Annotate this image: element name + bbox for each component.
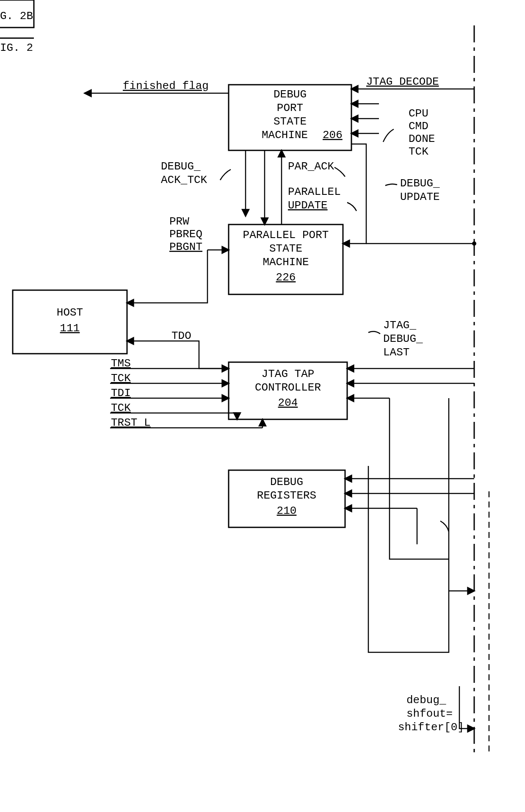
node-debug-update [472, 241, 476, 246]
label-finished-flag: finished_flag [123, 80, 209, 92]
label-par-ack: PAR_ACK [288, 160, 334, 173]
svg-text:226: 226 [276, 271, 296, 284]
block-parallel-port-state-machine: PARALLEL PORT STATE MACHINE 226 [229, 224, 343, 294]
label-trst: TRST_L [111, 416, 151, 429]
svg-text:DEBUG: DEBUG [274, 88, 307, 101]
svg-text:206: 206 [323, 129, 343, 141]
svg-text:204: 204 [278, 396, 298, 409]
tick-cpu [383, 129, 394, 142]
label-prw: PRW [169, 215, 189, 228]
svg-text:STATE: STATE [274, 115, 307, 128]
label-jtag-dbg-1: JTAG_ [383, 319, 416, 332]
svg-text:111: 111 [60, 322, 80, 335]
tick-jtag-dbg [368, 332, 380, 334]
label-jtag-dbg-3: LAST [383, 346, 409, 359]
label-pbgnt: PBGNT [169, 241, 202, 253]
tick-par-update [347, 202, 356, 211]
svg-text:CONTROLLER: CONTROLLER [255, 381, 321, 394]
wire-host-up [127, 250, 207, 303]
label-cpu: CPU [409, 107, 428, 120]
label-tdi: TDI [111, 387, 131, 399]
label-debug-update-1: DEBUG_ [400, 177, 440, 190]
svg-text:STATE: STATE [269, 242, 302, 255]
svg-text:PORT: PORT [277, 102, 303, 114]
wire-dpsm-to-ppsm-right [343, 144, 366, 244]
label-tck-r: TCK [409, 145, 428, 158]
label-tck2: TCK [111, 402, 131, 414]
fig-caption: IG. 2 [0, 42, 33, 54]
figure-tab: G. 2B IG. 2 [0, 0, 34, 54]
label-tdo: TDO [171, 330, 191, 342]
svg-text:DEBUG: DEBUG [270, 476, 303, 488]
wire-return-up [368, 398, 449, 652]
label-shf1: debug_ [406, 694, 446, 707]
label-shf3: shifter[0] [398, 721, 464, 734]
label-ack-tck: ACK_TCK [161, 174, 207, 186]
block-host: HOST 111 [13, 290, 127, 354]
fig-tab-label: G. 2B [0, 10, 33, 22]
tick-par-ack [334, 167, 345, 177]
svg-text:PARALLEL PORT: PARALLEL PORT [243, 229, 329, 241]
label-update: UPDATE [288, 199, 328, 212]
block-jtag-tap-controller: JTAG TAP CONTROLLER 204 [229, 362, 347, 419]
label-jtag-decode: JTAG DECODE [366, 75, 439, 88]
block-debug-port-state-machine: DEBUG PORT STATE MACHINE 206 [229, 85, 351, 150]
label-done: DONE [409, 133, 435, 145]
block-debug-registers: DEBUG REGISTERS 210 [229, 470, 345, 527]
label-jtag-dbg-2: DEBUG_ [383, 333, 423, 345]
label-pbreq: PBREQ [169, 228, 202, 241]
label-cmd: CMD [409, 120, 428, 133]
svg-text:MACHINE: MACHINE [262, 256, 309, 269]
svg-text:JTAG TAP: JTAG TAP [262, 368, 315, 380]
svg-text:MACHINE: MACHINE [262, 129, 308, 141]
label-shf2: shfout= [406, 707, 453, 720]
label-debug-update-2: UPDATE [400, 191, 440, 203]
svg-text:HOST: HOST [57, 306, 83, 319]
tick-dreg [440, 521, 449, 532]
label-tck: TCK [111, 372, 131, 385]
label-tms: TMS [111, 357, 131, 370]
wire-tdo [127, 341, 229, 369]
label-debug: DEBUG_ [161, 160, 201, 173]
tick-debug-ack [220, 169, 231, 180]
svg-text:REGISTERS: REGISTERS [257, 489, 316, 502]
tick-debug-update [385, 184, 397, 186]
svg-text:210: 210 [277, 504, 297, 517]
label-parallel: PARALLEL [288, 186, 341, 198]
